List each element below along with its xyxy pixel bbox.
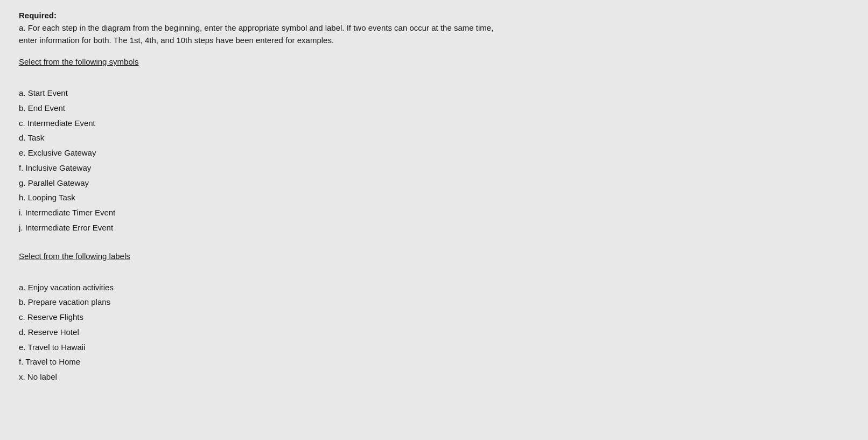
list-item: d. Task xyxy=(19,130,849,145)
list-item: c. Reserve Flights xyxy=(19,310,849,325)
instruction-text: a. For each step in the diagram from the… xyxy=(19,22,849,46)
instruction-line-a: a. For each step in the diagram from the… xyxy=(19,23,493,32)
symbols-heading: Select from the following symbols xyxy=(19,57,139,66)
list-item: f. Travel to Home xyxy=(19,354,849,369)
instruction-line-b: enter information for both. The 1st, 4th… xyxy=(19,36,334,45)
list-item: a. Start Event xyxy=(19,86,849,101)
list-item: a. Enjoy vacation activities xyxy=(19,280,849,295)
list-item: h. Looping Task xyxy=(19,190,849,205)
list-item: e. Travel to Hawaii xyxy=(19,340,849,355)
list-item: b. End Event xyxy=(19,101,849,116)
labels-heading: Select from the following labels xyxy=(19,252,130,261)
list-item: d. Reserve Hotel xyxy=(19,325,849,340)
required-label: Required: xyxy=(19,11,849,20)
list-item: f. Inclusive Gateway xyxy=(19,160,849,176)
list-item: b. Prepare vacation plans xyxy=(19,295,849,310)
list-item: c. Intermediate Event xyxy=(19,116,849,131)
list-item: j. Intermediate Error Event xyxy=(19,220,849,235)
list-item: i. Intermediate Timer Event xyxy=(19,205,849,220)
list-item: g. Parallel Gateway xyxy=(19,176,849,191)
list-item: x. No label xyxy=(19,369,849,385)
list-item: e. Exclusive Gateway xyxy=(19,145,849,160)
